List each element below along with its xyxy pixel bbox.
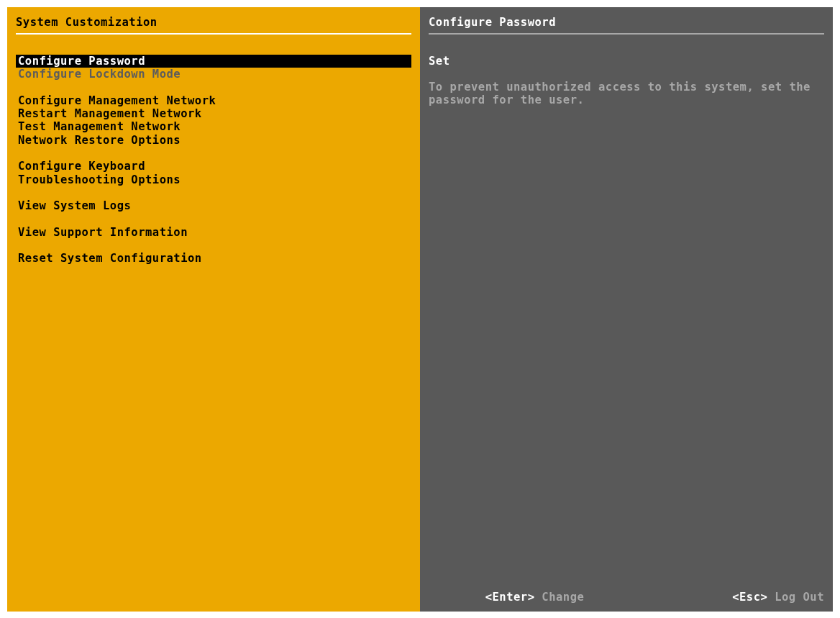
right-pane: Configure Password Set To prevent unauth… xyxy=(420,7,833,612)
menu-spacer xyxy=(16,186,411,199)
footer-hints: <Enter> Change <Esc> Log Out xyxy=(429,590,824,604)
detail-heading: Set xyxy=(429,55,824,68)
menu-item-restart-mgmt-network[interactable]: Restart Management Network xyxy=(16,107,411,120)
menu-item-configure-lockdown-mode: Configure Lockdown Mode xyxy=(16,68,411,81)
hint-enter-key: <Enter> xyxy=(485,591,535,604)
menu-list: Configure PasswordConfigure Lockdown Mod… xyxy=(16,55,411,265)
hint-esc-key: <Esc> xyxy=(732,591,767,604)
detail-area: Set To prevent unauthorized access to th… xyxy=(429,55,824,106)
hint-enter[interactable]: <Enter> Change xyxy=(429,578,584,617)
left-pane-divider xyxy=(16,33,411,35)
menu-item-view-support-information[interactable]: View Support Information xyxy=(16,226,411,239)
menu-spacer xyxy=(16,239,411,252)
menu-spacer xyxy=(16,81,411,94)
right-pane-title: Configure Password xyxy=(429,16,824,30)
hint-esc[interactable]: <Esc> Log Out xyxy=(676,578,824,617)
menu-item-configure-mgmt-network[interactable]: Configure Management Network xyxy=(16,94,411,107)
detail-body: To prevent unauthorized access to this s… xyxy=(429,81,824,106)
menu-item-reset-system-configuration[interactable]: Reset System Configuration xyxy=(16,252,411,265)
menu-item-test-mgmt-network[interactable]: Test Management Network xyxy=(16,120,411,133)
menu-item-network-restore-options[interactable]: Network Restore Options xyxy=(16,134,411,147)
menu-spacer xyxy=(16,213,411,226)
menu-item-view-system-logs[interactable]: View System Logs xyxy=(16,199,411,212)
menu-item-troubleshooting-options[interactable]: Troubleshooting Options xyxy=(16,173,411,186)
left-pane-title: System Customization xyxy=(16,16,411,30)
menu-item-configure-keyboard[interactable]: Configure Keyboard xyxy=(16,160,411,173)
dcui-screen: System Customization Configure PasswordC… xyxy=(0,0,840,618)
hint-esc-action: Log Out xyxy=(767,591,824,604)
hint-enter-action: Change xyxy=(534,591,584,604)
menu-spacer xyxy=(16,147,411,160)
right-pane-divider xyxy=(429,33,824,35)
menu-item-configure-password[interactable]: Configure Password xyxy=(16,55,411,68)
left-pane: System Customization Configure PasswordC… xyxy=(7,7,420,612)
